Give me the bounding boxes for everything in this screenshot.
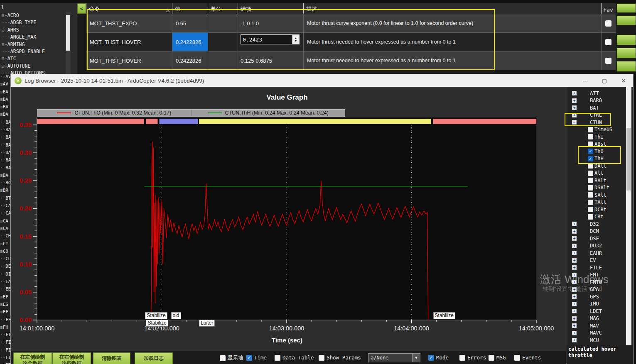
log-field-imu[interactable]: +IMU bbox=[567, 300, 632, 308]
expand-icon[interactable]: + bbox=[572, 258, 577, 263]
expand-icon[interactable]: + bbox=[572, 244, 577, 248]
log-field-tree-scrollbar[interactable] bbox=[626, 87, 631, 346]
log-field-baro[interactable]: +BARO bbox=[567, 97, 632, 105]
toolbar-button[interactable]: 加载日志 bbox=[135, 352, 173, 364]
log-field-tho[interactable]: ✓ThO bbox=[567, 148, 632, 155]
log-field-d32[interactable]: +D32 bbox=[567, 220, 632, 228]
checked-checkbox[interactable]: ✓ bbox=[588, 156, 593, 161]
unchecked-checkbox[interactable] bbox=[588, 127, 593, 132]
param-group-atc[interactable]: ⊞-ATC bbox=[2, 56, 45, 63]
expand-icon[interactable]: + bbox=[572, 91, 577, 95]
maximize-button[interactable]: ▢ bbox=[595, 74, 614, 87]
close-button[interactable]: ✕ bbox=[614, 74, 633, 87]
checked-checkbox[interactable]: ✓ bbox=[588, 149, 593, 154]
value-graph-plot[interactable] bbox=[11, 74, 566, 348]
log-field-crt[interactable]: CRt bbox=[567, 213, 632, 221]
toolbar-button[interactable]: 清除图表 bbox=[93, 352, 130, 364]
collapse-panel-button[interactable]: < bbox=[77, 3, 86, 14]
param-name[interactable]: MOT_THST_EXPO bbox=[86, 14, 172, 32]
expand-icon[interactable]: + bbox=[572, 302, 577, 306]
log-field-thh[interactable]: ✓ThH bbox=[567, 155, 632, 163]
log-field-ldet[interactable]: +LDET bbox=[567, 308, 632, 315]
expand-icon[interactable]: + bbox=[572, 287, 577, 292]
log-field-thi[interactable]: ThI bbox=[567, 133, 632, 141]
log-field-dalt[interactable]: DAlt bbox=[567, 162, 632, 170]
log-field-att[interactable]: +ATT bbox=[567, 90, 632, 97]
log-field-ctrl[interactable]: +CTRL bbox=[567, 112, 632, 119]
param-row-mot_thst_hover[interactable]: MOT_THST_HOVER0.24228260.2423▲▼Motor thr… bbox=[86, 33, 616, 51]
graph-source-dropdown[interactable]: a/None ▼ bbox=[368, 353, 420, 362]
log-field-dsalt[interactable]: DSAlt bbox=[567, 184, 632, 192]
collapse-icon[interactable]: − bbox=[572, 120, 577, 125]
minimize-button[interactable]: — bbox=[576, 74, 595, 87]
log-field-ev[interactable]: +EV bbox=[567, 257, 632, 264]
toolbar-button[interactable]: 在右侧绘制这些数据 bbox=[52, 352, 91, 364]
log-field-talt[interactable]: TAlt bbox=[567, 199, 632, 206]
toolbar-checkbox-time[interactable]: ✓Time bbox=[246, 354, 267, 361]
quick-action-button[interactable] bbox=[616, 48, 636, 59]
log-field-dcrt[interactable]: DCRt bbox=[567, 206, 632, 213]
col-command[interactable]: 命令△ bbox=[86, 3, 172, 14]
toolbar-checkbox-msg[interactable]: MSG bbox=[489, 354, 506, 361]
param-tree-scrollbar[interactable] bbox=[66, 12, 71, 74]
log-field-du32[interactable]: +DU32 bbox=[567, 242, 632, 250]
toolbar-checkbox-mode[interactable]: ✓Mode bbox=[428, 354, 449, 361]
expand-icon[interactable]: + bbox=[572, 338, 577, 342]
expand-icon[interactable]: + bbox=[572, 309, 577, 313]
log-field-alt[interactable]: Alt bbox=[567, 170, 632, 177]
col-unit[interactable]: 单位 bbox=[208, 3, 238, 14]
spinner-buttons[interactable]: ▲▼ bbox=[292, 35, 299, 44]
param-value[interactable]: 0.65 bbox=[172, 14, 208, 32]
expand-icon[interactable]: + bbox=[572, 265, 577, 270]
param-value[interactable]: 0.2422826 bbox=[172, 51, 208, 70]
unchecked-checkbox[interactable] bbox=[588, 134, 593, 139]
log-field-bat[interactable]: +BAT bbox=[567, 104, 632, 112]
unchecked-checkbox[interactable] bbox=[588, 207, 593, 212]
expand-icon[interactable]: + bbox=[572, 105, 577, 110]
toolbar-checkbox-显示地[interactable]: 显示地 bbox=[220, 354, 243, 362]
expand-icon[interactable]: + bbox=[572, 280, 577, 284]
log-field-salt[interactable]: SAlt bbox=[567, 191, 632, 199]
fav-cell[interactable] bbox=[601, 33, 615, 51]
param-group-arming[interactable]: ⊞-ARMING bbox=[2, 42, 45, 49]
toolbar-button[interactable]: 在左侧绘制这个数据 bbox=[13, 352, 52, 364]
expand-icon[interactable]: + bbox=[572, 98, 577, 103]
expand-icon[interactable]: + bbox=[572, 273, 577, 277]
log-field-gpa[interactable]: +GPA bbox=[567, 286, 632, 293]
expand-icon[interactable]: + bbox=[572, 251, 577, 255]
param-name[interactable]: MOT_THST_HOVER bbox=[86, 33, 172, 51]
log-field-mav[interactable]: +MAV bbox=[567, 322, 632, 330]
expand-icon[interactable]: + bbox=[572, 222, 577, 226]
quick-action-button[interactable] bbox=[616, 34, 636, 45]
log-field-fmt[interactable]: +FMT bbox=[567, 271, 632, 279]
param-group-auto_options[interactable]: ···AUTO_OPTIONS bbox=[2, 70, 45, 74]
log-field-mavc[interactable]: +MAVC bbox=[567, 330, 632, 337]
expand-icon[interactable]: + bbox=[572, 316, 577, 321]
toolbar-checkbox-errors[interactable]: Errors bbox=[459, 354, 486, 361]
log-field-timeus[interactable]: TimeUS bbox=[567, 126, 632, 134]
unchecked-checkbox[interactable] bbox=[588, 200, 593, 205]
log-field-eahr[interactable]: +EAHR bbox=[567, 249, 632, 257]
log-field-mcu[interactable]: +MCU bbox=[567, 337, 632, 344]
log-field-dsf[interactable]: +DSF bbox=[567, 235, 632, 242]
quick-action-button[interactable] bbox=[616, 3, 636, 13]
param-value[interactable]: 0.2422826 bbox=[172, 33, 208, 51]
unchecked-checkbox[interactable] bbox=[588, 185, 593, 191]
log-field-abst[interactable]: ABst bbox=[567, 141, 632, 148]
toolbar-checkbox-show-params[interactable]: Show Params bbox=[319, 354, 361, 361]
param-row-mot_thst_expo[interactable]: MOT_THST_EXPO0.65-1.0 1.0Motor thrust cu… bbox=[86, 14, 616, 33]
quick-action-button[interactable] bbox=[616, 15, 636, 25]
unchecked-checkbox[interactable] bbox=[588, 163, 593, 169]
param-group-adsb_type[interactable]: ···ADSB_TYPE bbox=[2, 20, 45, 27]
unchecked-checkbox[interactable] bbox=[588, 192, 593, 198]
param-row-mot_thst_hover[interactable]: MOT_THST_HOVER0.24228260.125 0.6875Motor… bbox=[86, 51, 616, 70]
param-group-autotune[interactable]: ⊞-AUTOTUNE bbox=[2, 63, 45, 70]
param-options[interactable]: -1.0 1.0 bbox=[238, 14, 303, 32]
unchecked-checkbox[interactable] bbox=[588, 214, 593, 220]
unchecked-checkbox[interactable] bbox=[588, 171, 593, 176]
unchecked-checkbox[interactable] bbox=[588, 142, 593, 147]
col-value[interactable]: 值 bbox=[172, 3, 208, 14]
quick-action-button[interactable] bbox=[616, 61, 636, 72]
expand-icon[interactable]: + bbox=[572, 229, 577, 234]
col-description[interactable]: 描述 bbox=[303, 3, 601, 14]
